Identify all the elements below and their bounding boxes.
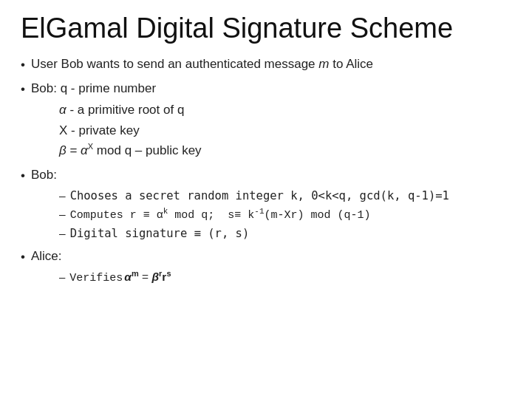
beta-bold: βrrs [151, 270, 171, 283]
dash-line-3: – Digital signature ≡ (r, s) [59, 225, 511, 242]
dash-symbol-2: – [59, 205, 66, 223]
dash-symbol-1: – [59, 187, 66, 205]
s-sup: s [166, 269, 171, 278]
bullet-dot-4: • [21, 248, 25, 267]
x-superscript: X [88, 143, 93, 151]
verify-block: – Verifies αm = βrrs [59, 268, 511, 287]
verify-dash: – [59, 268, 65, 285]
verify-formula: αm = βrrs [124, 268, 171, 286]
m-sup: m [132, 269, 139, 278]
r-sup: r [159, 269, 162, 278]
dash-line-1: – Chooses a secret random integer k, 0<k… [59, 187, 511, 205]
bullet-4: • Alice: – Verifies αm = βrrs [21, 247, 511, 287]
bullet-dot-3: • [21, 166, 25, 185]
bullet-dot-2: • [21, 80, 25, 99]
bullet-3-dashes: – Chooses a secret random integer k, 0<k… [59, 187, 511, 242]
indent-line-3: β = αX mod q – public key [59, 141, 511, 160]
dash-text-1: Chooses a secret random integer k, 0<k<q… [70, 187, 449, 205]
neg1-sup: -1 [254, 207, 264, 216]
page-title: ElGamal Digital Signature Scheme [21, 13, 511, 44]
computes-formula: r ≡ αk mod q; s≡ k-1(m-Xr) mod (q-1) [130, 209, 371, 222]
beta-symbol: β [59, 143, 66, 157]
verifies-label: Verifies [69, 270, 123, 287]
indent-line-1: α - a primitive root of q [59, 100, 511, 120]
equals-sign: = [142, 270, 151, 283]
alpha-bold: αm [124, 270, 138, 283]
dash-text-2: Computes r ≡ αk mod q; s≡ k-1(m-Xr) mod … [70, 205, 371, 224]
bullet-2: • Bob: q - prime number α - a primitive … [21, 79, 511, 160]
dash-line-2: – Computes r ≡ αk mod q; s≡ k-1(m-Xr) mo… [59, 205, 511, 224]
bullet-3-text: Bob: [31, 166, 511, 185]
bullet-1-text: User Bob wants to send an authenticated … [31, 55, 511, 74]
k-sup: k [163, 207, 168, 216]
dash-text-3: Digital signature ≡ (r, s) [70, 225, 250, 242]
bullet-3: • Bob: – Chooses a secret random integer… [21, 166, 511, 243]
indent-line-2: X - private key [59, 121, 511, 140]
content-area: • User Bob wants to send an authenticate… [21, 55, 511, 287]
bullet-2-text: Bob: q - prime number [31, 79, 511, 98]
alpha-symbol: α [59, 103, 66, 117]
dash-symbol-3: – [59, 225, 66, 242]
bullet-1: • User Bob wants to send an authenticate… [21, 55, 511, 75]
bullet-4-text: Alice: [31, 247, 511, 266]
verify-line: – Verifies αm = βrrs [59, 268, 511, 287]
bullet-2-indent: α - a primitive root of q X - private ke… [59, 100, 511, 160]
computes-label: Computes [70, 209, 130, 222]
alpha-symbol-2: α [81, 143, 88, 157]
bullet-dot-1: • [21, 55, 25, 75]
